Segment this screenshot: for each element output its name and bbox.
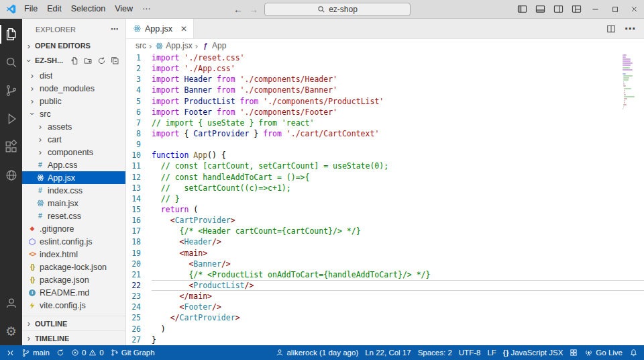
outline-section[interactable]: › OUTLINE [22, 316, 125, 330]
customize-layout-icon[interactable] [568, 0, 586, 18]
breadcrumb-src[interactable]: src [136, 41, 146, 50]
code-line-24[interactable]: 24 <Footer/> [126, 302, 644, 312]
activity-search-button[interactable] [0, 48, 22, 77]
code-line-19[interactable]: 19 <main> [126, 248, 644, 259]
tree-item-cart[interactable]: ›cart [22, 133, 125, 146]
toggle-primary-sidebar-icon[interactable] [513, 0, 531, 18]
code-line-17[interactable]: 17 {/* <Header cartCount={cartCount}/> *… [126, 226, 644, 236]
refresh-icon[interactable] [97, 56, 106, 65]
breadcrumb-app-jsx[interactable]: App.jsx [166, 41, 192, 50]
code-line-20[interactable]: 20 <Banner/> [126, 259, 644, 269]
code-line-16[interactable]: 16 <CartProvider> [126, 215, 644, 226]
tree-item-README.md[interactable]: iREADME.md [22, 286, 125, 299]
activity-extensions-button[interactable] [0, 133, 22, 161]
notifications-button[interactable] [626, 345, 641, 360]
activity-source-control-button[interactable] [0, 77, 22, 105]
menu-overflow[interactable]: ⋯ [138, 0, 156, 18]
encoding-status[interactable]: UTF-8 [455, 345, 484, 360]
tree-item-reset.css[interactable]: #reset.css [22, 210, 125, 222]
tree-item-node_modules[interactable]: ›node_modules [22, 82, 125, 95]
activity-remote-explorer-button[interactable] [0, 161, 22, 189]
open-editors-section[interactable]: › OPEN EDITORS [22, 38, 125, 53]
activity-explorer-button[interactable] [0, 20, 22, 48]
toggle-secondary-sidebar-icon[interactable] [549, 0, 568, 18]
toggle-panel-icon[interactable] [531, 0, 549, 18]
problems-status[interactable]: 0 0 [68, 345, 107, 360]
close-tab-icon[interactable]: ✕ [180, 24, 187, 34]
settings-button[interactable]: ⚙ [0, 317, 22, 345]
code-line-15[interactable]: 15 return ( [126, 204, 644, 215]
cursor-position[interactable]: Ln 22, Col 17 [362, 345, 414, 360]
tree-item-src[interactable]: ›src [22, 107, 125, 120]
minimize-icon[interactable] [586, 0, 605, 18]
code-line-23[interactable]: 23 </main> [126, 291, 644, 302]
code-line-3[interactable]: 3import Header from './components/Header… [126, 74, 644, 85]
code-editor[interactable]: 1import './reset.css'2import './App.css'… [126, 52, 644, 345]
branch-status[interactable]: main [18, 345, 53, 360]
timeline-section[interactable]: › TIMELINE [22, 330, 125, 345]
tree-item-assets[interactable]: ›assets [22, 120, 125, 133]
code-line-8[interactable]: 8import { CartProvider } from './cart/Ca… [126, 128, 644, 139]
code-line-25[interactable]: 25 </CartProvider> [126, 312, 644, 323]
code-line-1[interactable]: 1import './reset.css' [126, 52, 644, 63]
code-line-4[interactable]: 4import Banner from './components/Banner… [126, 85, 644, 95]
code-line-22[interactable]: 22 <ProductList/> [126, 280, 644, 291]
tree-item-vite.config.js[interactable]: vite.config.js [22, 299, 125, 312]
tree-item-main.jsx[interactable]: main.jsx [22, 197, 125, 210]
maximize-icon[interactable] [605, 0, 625, 18]
code-line-9[interactable]: 9 [126, 139, 644, 150]
code-line-5[interactable]: 5import ProductList from './components/P… [126, 96, 644, 107]
tree-item-dist[interactable]: ›dist [22, 69, 125, 82]
tree-item-package-lock.json[interactable]: {}package-lock.json [22, 261, 125, 273]
more-actions-icon[interactable]: ⋯ [111, 25, 119, 34]
tree-item-public[interactable]: ›public [22, 95, 125, 107]
tree-item-index.css[interactable]: #index.css [22, 184, 125, 197]
new-folder-icon[interactable] [84, 56, 93, 65]
code-line-10[interactable]: 10function App() { [126, 150, 644, 161]
tree-item-components[interactable]: ›components [22, 146, 125, 159]
language-mode[interactable]: { } JavaScript JSX [500, 345, 567, 360]
split-editor-icon[interactable] [606, 24, 616, 34]
forward-arrow-icon[interactable]: → [249, 5, 258, 14]
code-line-27[interactable]: 27} [126, 334, 644, 345]
code-line-7[interactable]: 7// import { useState } from 'react' [126, 118, 644, 128]
sync-status[interactable] [53, 345, 68, 360]
tree-item-.gitignore[interactable]: ◆.gitignore [22, 222, 125, 235]
go-live-button[interactable]: Go Live [581, 345, 626, 360]
tree-item-App.css[interactable]: #App.css [22, 159, 125, 171]
menu-view[interactable]: View [110, 0, 138, 18]
blame-status[interactable]: alikerock (1 day ago) [272, 345, 362, 360]
account-button[interactable] [0, 289, 22, 317]
breadcrumb-app[interactable]: App [212, 41, 226, 50]
back-arrow-icon[interactable]: ← [233, 5, 243, 14]
ports-status[interactable] [566, 345, 581, 360]
remote-indicator[interactable] [3, 345, 18, 360]
workspace-section[interactable]: › EZ-SH... [22, 53, 125, 68]
tree-item-App.jsx[interactable]: App.jsx [22, 171, 125, 184]
tree-item-eslint.config.js[interactable]: eslint.config.js [22, 235, 125, 248]
new-file-icon[interactable] [70, 56, 79, 65]
close-window-icon[interactable] [625, 0, 644, 18]
activity-run-debug-button[interactable] [0, 105, 22, 133]
code-line-12[interactable]: 12 // const handleAddToCart = ()=>{ [126, 172, 644, 183]
code-line-2[interactable]: 2import './App.css' [126, 63, 644, 74]
code-line-13[interactable]: 13 // setCartCount((c)=>c+1); [126, 183, 644, 193]
minimap[interactable] [623, 54, 636, 111]
code-line-14[interactable]: 14 // } [126, 193, 644, 204]
indentation-status[interactable]: Spaces: 2 [415, 345, 455, 360]
command-center-search[interactable]: ez-shop [264, 3, 411, 16]
more-actions-icon[interactable]: ⋯ [625, 22, 636, 35]
tab-app-jsx[interactable]: App.jsx ✕ [126, 19, 194, 38]
code-line-21[interactable]: 21 {/* <ProductList onAddToCart={handleA… [126, 269, 644, 280]
code-line-26[interactable]: 26 ) [126, 324, 644, 334]
menu-edit[interactable]: Edit [42, 0, 66, 18]
tree-item-index.html[interactable]: <>index.html [22, 248, 125, 261]
code-line-6[interactable]: 6import Footer from './components/Footer… [126, 107, 644, 118]
collapse-all-icon[interactable] [111, 56, 119, 65]
code-line-11[interactable]: 11 // const [cartCount, setCartCount] = … [126, 161, 644, 171]
git-graph-button[interactable]: Git Graph [107, 345, 158, 360]
menu-file[interactable]: File [19, 0, 42, 18]
code-line-18[interactable]: 18 <Header/> [126, 236, 644, 247]
menu-selection[interactable]: Selection [66, 0, 110, 18]
eol-status[interactable]: LF [484, 345, 499, 360]
